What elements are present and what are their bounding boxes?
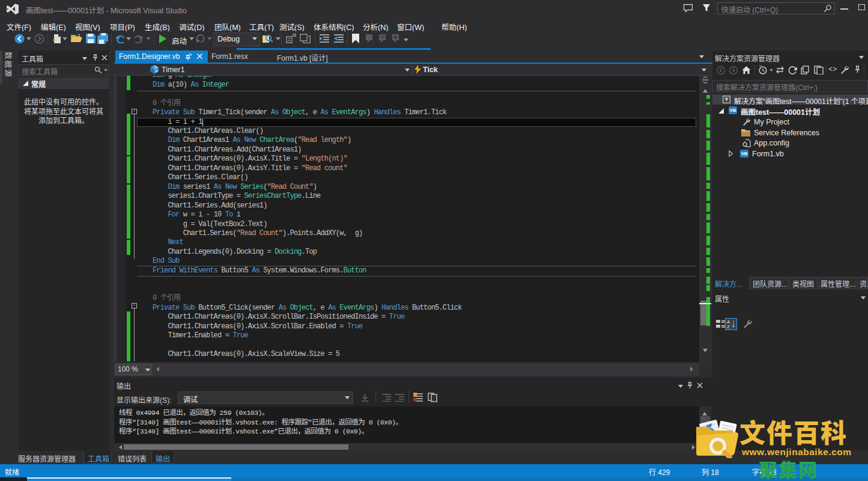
svg-text:Z: Z xyxy=(727,324,730,329)
